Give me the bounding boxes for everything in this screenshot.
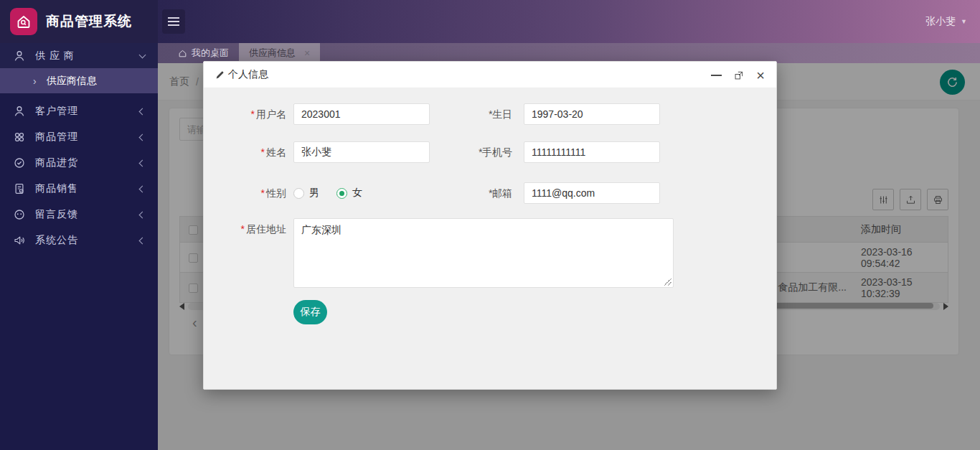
sidebar-item-supplier-info[interactable]: › 供应商信息 <box>0 68 158 93</box>
user-menu[interactable]: 张小斐 ▼ <box>925 0 967 43</box>
chevron-left-icon <box>139 108 146 115</box>
sidebar-item-label: 留言反馈 <box>35 208 140 221</box>
sidebar-item-announcement[interactable]: 系统公告 <box>0 228 158 253</box>
hamburger-icon <box>168 17 179 19</box>
dialog-header: 个人信息 × <box>204 62 776 88</box>
minimize-button[interactable] <box>711 75 722 76</box>
tab-desktop[interactable]: 我的桌面 <box>168 43 239 63</box>
address-field[interactable]: 广东深圳 <box>293 218 674 288</box>
tab-label: 供应商信息 <box>249 47 296 60</box>
save-button[interactable]: 保存 <box>293 300 327 324</box>
sidebar-item-feedback[interactable]: 留言反馈 <box>0 202 158 228</box>
tab-supplier-info[interactable]: 供应商信息 × <box>239 43 320 63</box>
chevron-left-icon <box>139 159 146 167</box>
gender-label: *性别 <box>204 182 286 204</box>
sidebar-item-label: 客户管理 <box>35 105 140 118</box>
sidebar-item-label: 商品管理 <box>35 131 140 144</box>
tab-bar: 我的桌面 供应商信息 × <box>158 43 980 63</box>
customer-person-icon <box>13 105 26 118</box>
submenu-arrow-icon: › <box>33 75 37 87</box>
sidebar-item-label: 供 应 商 <box>35 50 140 62</box>
sidebar-menu: 供 应 商 › 供应商信息 客户管理 <box>0 43 158 253</box>
name-label: *姓名 <box>204 141 286 163</box>
app-logo: 商品管理系统 <box>0 0 158 43</box>
sidebar-item-products[interactable]: 商品管理 <box>0 124 158 150</box>
sidebar-item-label: 商品进货 <box>35 156 140 169</box>
chevron-left-icon <box>139 211 146 218</box>
purchase-badge-icon <box>13 156 26 169</box>
maximize-icon <box>734 70 744 80</box>
caret-down-icon: ▼ <box>961 18 967 25</box>
close-icon[interactable]: × <box>756 68 765 83</box>
address-field-wrap: 广东深圳 <box>293 218 674 288</box>
home-icon <box>178 49 187 58</box>
sidebar-item-sales[interactable]: 商品销售 <box>0 176 158 202</box>
top-header: 张小斐 ▼ <box>158 0 980 43</box>
maximize-button[interactable] <box>734 70 744 80</box>
username-field[interactable] <box>293 103 430 125</box>
app-window: 商品管理系统 供 应 商 › 供应商信息 客户管理 <box>0 0 980 450</box>
sidebar-toggle-button[interactable] <box>162 9 185 34</box>
email-field[interactable] <box>524 182 660 204</box>
phone-field[interactable] <box>524 141 660 163</box>
name-field[interactable] <box>293 141 430 163</box>
sidebar: 商品管理系统 供 应 商 › 供应商信息 客户管理 <box>0 0 158 450</box>
phone-label: *手机号 <box>430 141 512 163</box>
address-label: *居住地址 <box>204 218 286 288</box>
products-grid-icon <box>13 131 26 144</box>
dialog-controls: × <box>711 62 765 88</box>
edit-pencil-icon <box>215 70 225 80</box>
sales-doc-icon <box>13 182 26 195</box>
gender-radio-group: 男 女 <box>293 182 430 204</box>
gender-radio-female[interactable]: 女 <box>336 187 362 200</box>
chevron-down-icon <box>139 51 146 58</box>
chevron-left-icon <box>139 237 146 244</box>
radio-icon <box>293 188 304 199</box>
radio-checked-icon <box>336 188 347 199</box>
sidebar-item-label: 系统公告 <box>35 234 140 247</box>
sidebar-item-customers[interactable]: 客户管理 <box>0 98 158 124</box>
dialog-title: 个人信息 <box>215 68 268 81</box>
gender-radio-male[interactable]: 男 <box>293 187 319 200</box>
sidebar-item-label: 商品销售 <box>35 182 140 195</box>
personal-info-dialog: 个人信息 × *用户名 *生日 *姓名 *手机号 <box>203 61 777 390</box>
announcement-speaker-icon <box>13 234 26 247</box>
home-logo-icon <box>10 8 37 35</box>
supplier-person-icon <box>13 50 26 62</box>
username-label: *用户名 <box>204 103 286 125</box>
sidebar-item-supplier[interactable]: 供 应 商 <box>0 43 158 68</box>
app-title: 商品管理系统 <box>46 12 132 31</box>
chevron-left-icon <box>139 185 146 192</box>
sidebar-menu-list: 客户管理 商品管理 商品进货 <box>0 98 158 253</box>
sidebar-item-purchase[interactable]: 商品进货 <box>0 150 158 176</box>
tab-close-icon[interactable]: × <box>304 48 310 58</box>
user-name: 张小斐 <box>925 15 956 28</box>
birthday-field[interactable] <box>524 103 660 125</box>
feedback-face-icon <box>13 208 26 221</box>
birthday-label: *生日 <box>430 103 512 125</box>
submenu-item-label: 供应商信息 <box>47 75 97 88</box>
tab-label: 我的桌面 <box>192 47 229 60</box>
chevron-left-icon <box>139 133 146 141</box>
email-label: *邮箱 <box>430 182 512 204</box>
dialog-body: *用户名 *生日 *姓名 *手机号 *性别 男 <box>204 88 776 389</box>
